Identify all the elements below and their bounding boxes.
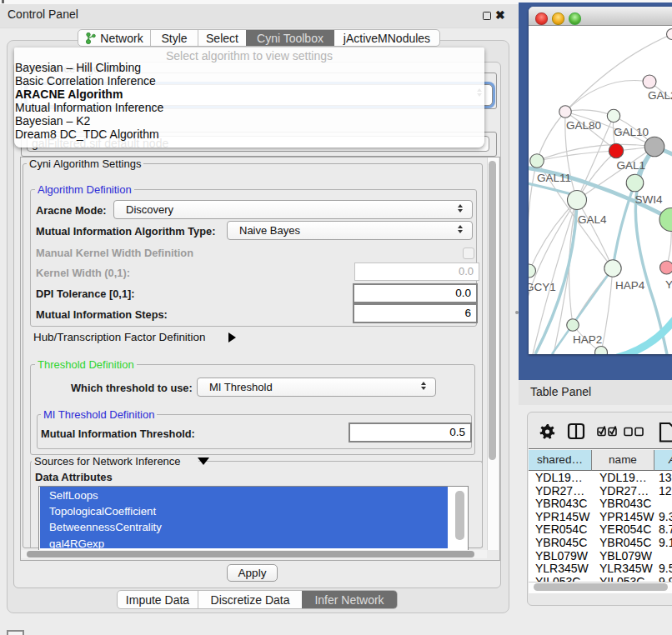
svg-text:GCY1: GCY1 xyxy=(529,281,556,293)
svg-text:GAL10: GAL10 xyxy=(614,126,649,138)
svg-text:HAP4: HAP4 xyxy=(615,279,645,292)
svg-text:GAL4: GAL4 xyxy=(578,213,607,226)
svg-text:GAL80: GAL80 xyxy=(566,119,601,132)
svg-text:HAP2: HAP2 xyxy=(573,333,602,346)
svg-text:GAL1: GAL1 xyxy=(617,159,646,172)
svg-text:SWI4: SWI4 xyxy=(635,193,663,206)
svg-text:GAL11: GAL11 xyxy=(537,172,571,184)
svg-text:Y: Y xyxy=(665,278,672,291)
svg-text:GAL2: GAL2 xyxy=(648,89,672,102)
